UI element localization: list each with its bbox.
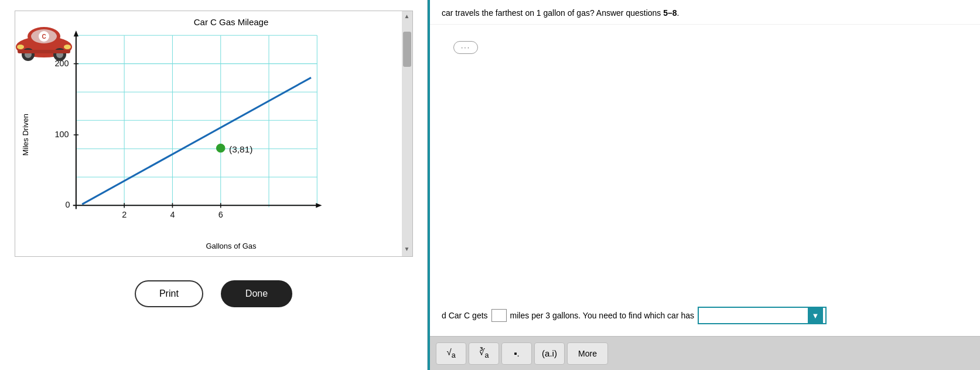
scrollbar-down-arrow[interactable]: ▼ [404, 244, 410, 254]
parentheses-icon: (a.i) [542, 348, 557, 358]
sqrt-icon: √a [446, 347, 455, 359]
ellipsis-box: ··· [453, 41, 478, 54]
answer-box[interactable] [491, 309, 507, 322]
question-line: d Car C gets miles per 3 gallons. You ne… [442, 307, 968, 324]
top-text-bold: 5–8 [663, 8, 677, 18]
more-button[interactable]: More [567, 342, 608, 365]
cbrt-button[interactable]: ∛a [469, 342, 499, 365]
scrollbar-thumb[interactable] [403, 32, 411, 67]
scrollbar-up-arrow[interactable]: ▲ [404, 11, 410, 21]
svg-point-41 [216, 144, 224, 152]
decimal-button[interactable]: ▪. [501, 342, 532, 365]
math-toolbar: √a ∛a ▪. (a.i) More [430, 336, 980, 370]
top-text-start: car travels the farthest on 1 gallon of … [442, 8, 663, 18]
svg-point-10 [64, 45, 71, 49]
svg-point-9 [17, 45, 24, 49]
svg-text:100: 100 [54, 130, 69, 139]
decimal-icon: ▪. [514, 348, 520, 358]
graph-svg: 200 100 0 2 4 6 [32, 29, 337, 240]
car-image: C [12, 12, 76, 62]
svg-text:6: 6 [218, 210, 223, 219]
right-panel: car travels the farthest on 1 gallon of … [428, 0, 980, 370]
buttons-row: Print Done [135, 280, 292, 307]
chart-area: Miles Driven [21, 29, 407, 240]
question-area: d Car C gets miles per 3 gallons. You ne… [430, 70, 980, 336]
dropdown-select[interactable]: ▼ [698, 307, 827, 324]
svg-text:4: 4 [170, 210, 175, 219]
svg-text:2: 2 [122, 210, 127, 219]
svg-text:0: 0 [65, 200, 70, 209]
x-axis-label: Gallons of Gas [206, 242, 257, 250]
top-text: car travels the farthest on 1 gallon of … [430, 0, 980, 25]
svg-text:(3,81): (3,81) [229, 144, 252, 154]
print-button[interactable]: Print [135, 280, 203, 307]
done-button[interactable]: Done [221, 280, 292, 307]
left-panel: C ▲ ▼ Car C Gas Mileage Miles Driven [0, 0, 428, 370]
dropdown-arrow-icon[interactable]: ▼ [808, 307, 823, 324]
y-axis-label: Miles Driven [21, 114, 30, 156]
svg-marker-28 [316, 203, 322, 208]
sqrt-button[interactable]: √a [436, 342, 466, 365]
parentheses-button[interactable]: (a.i) [534, 342, 565, 365]
graph-wrapper: 200 100 0 2 4 6 [32, 29, 337, 240]
scrollbar[interactable]: ▲ ▼ [402, 11, 412, 256]
cbrt-icon: ∛a [479, 347, 489, 359]
svg-line-40 [82, 77, 311, 204]
top-text-end: . [677, 8, 679, 18]
svg-text:C: C [42, 33, 46, 40]
question-text-start: d Car C gets [442, 311, 488, 320]
question-text-mid: miles per 3 gallons. You need to find wh… [510, 311, 694, 320]
chart-title: Car C Gas Mileage [194, 17, 269, 27]
svg-rect-11 [18, 50, 70, 53]
